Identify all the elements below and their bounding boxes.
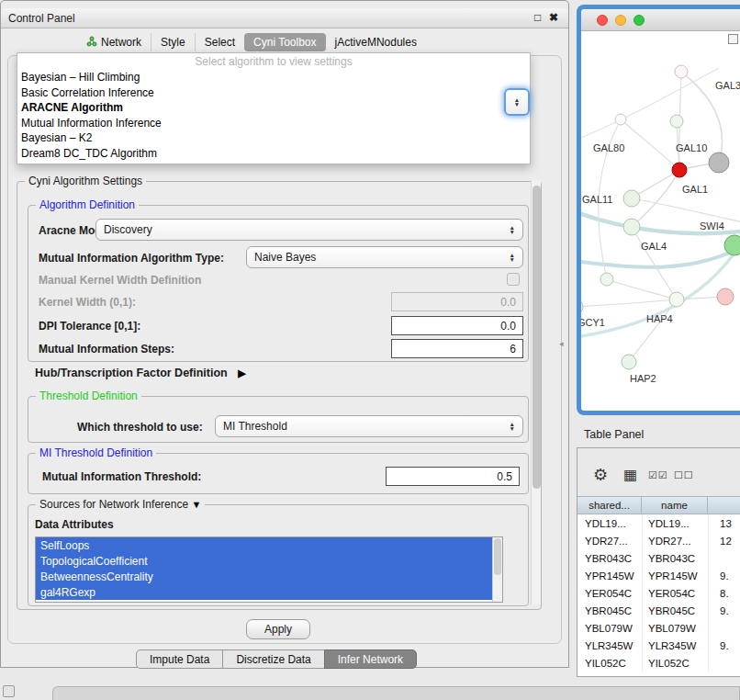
network-node[interactable] [600, 273, 613, 286]
table-cell: YDL19... [642, 514, 708, 532]
apply-button[interactable]: Apply [246, 619, 310, 639]
table-row[interactable]: YIL052CYIL052C [577, 654, 740, 672]
tab-infer-network[interactable]: Infer Network [324, 649, 417, 669]
table-row[interactable]: YLR345WYLR345W9. [577, 637, 740, 654]
table-panel-title: Table Panel [584, 428, 644, 441]
table-body[interactable]: YDL19...YDL19...13YDR27...YDR27...12YBR0… [577, 514, 740, 676]
network-canvas[interactable]: GAL80GAL10GAL11GAL1SWI4GAL4GCY1HAP4HAP2G… [581, 31, 740, 411]
column-selector-icon[interactable]: ▦ [623, 466, 637, 483]
select-all-columns-icon[interactable]: ☑☑ [648, 469, 668, 481]
table-row[interactable]: YBR043CYBR043C [577, 549, 740, 567]
table-row[interactable]: YBL079WYBL079W [577, 619, 740, 637]
column-header-name[interactable]: name [642, 497, 708, 514]
mi-steps-field[interactable]: 6 [391, 339, 523, 358]
network-node-label: GAL3 [715, 80, 740, 91]
collapsed-arrow-icon: ▶ [238, 367, 245, 378]
dpi-tolerance-field[interactable]: 0.0 [391, 316, 523, 335]
tab-select[interactable]: Select [195, 33, 244, 51]
collapsed-panel-button[interactable] [3, 685, 15, 697]
network-view-window[interactable]: GAL80GAL10GAL11GAL1SWI4GAL4GCY1HAP4HAP2G… [577, 5, 740, 415]
table-cell: 13 [708, 514, 740, 532]
data-attributes-list[interactable]: SelfLoops TopologicalCoefficient Between… [35, 536, 503, 603]
table-cell: YER054C [642, 584, 708, 602]
network-node[interactable] [675, 65, 688, 78]
network-edge[interactable] [629, 299, 677, 362]
attribute-item[interactable]: BetweennessCentrality [36, 569, 492, 584]
attribute-item[interactable]: gal4RGexp [36, 584, 492, 600]
network-node[interactable] [623, 190, 640, 207]
dpi-tolerance-label: DPI Tolerance [0,1]: [39, 320, 140, 333]
attribute-item[interactable]: TopologicalCoefficient [36, 553, 492, 569]
tab-discretize-data[interactable]: Discretize Data [222, 649, 324, 669]
network-node[interactable] [623, 219, 640, 235]
tab-style[interactable]: Style [151, 33, 195, 51]
mi-threshold-field[interactable]: 0.5 [386, 467, 520, 486]
algorithm-option[interactable]: Dream8 DC_TDC Algorithm [17, 146, 530, 162]
mi-algorithm-type-select[interactable]: Naive Bayes [246, 246, 523, 268]
split-collapse-arrow[interactable]: ◂ [559, 339, 564, 348]
network-node[interactable] [669, 292, 684, 307]
zoom-traffic-light[interactable] [633, 15, 645, 26]
mi-steps-label: Mutual Information Steps: [39, 343, 174, 356]
network-edge[interactable] [621, 119, 679, 170]
birdseye-toggle[interactable] [728, 34, 738, 44]
settings-scrollbar-thumb[interactable] [533, 186, 541, 489]
data-attributes-label: Data Attributes [35, 518, 114, 531]
network-node[interactable] [622, 355, 636, 369]
algorithm-option[interactable]: Bayesian – Hill Climbing [17, 70, 530, 85]
column-header-shared-name[interactable]: shared... [577, 497, 642, 514]
algorithm-option[interactable]: Bayesian – K2 [17, 130, 530, 146]
status-bar [52, 686, 740, 700]
minimize-traffic-light[interactable] [615, 15, 626, 26]
combo-value: Naive Bayes [254, 251, 316, 264]
network-icon [86, 36, 97, 50]
column-header-clipped[interactable] [708, 497, 740, 514]
combo-arrows-icon [510, 253, 515, 262]
table-settings-gear-icon[interactable]: ⚙ [593, 465, 608, 485]
algorithm-option[interactable]: Basic Correlation Inference [17, 85, 530, 101]
table-row[interactable]: YDL19...YDL19...13 [577, 514, 740, 532]
network-window-titlebar[interactable] [581, 9, 740, 31]
list-scrollbar[interactable] [492, 537, 502, 602]
aracne-mode-select[interactable]: Discovery [95, 219, 523, 241]
deselect-all-columns-icon[interactable]: ☐☐ [674, 469, 694, 481]
network-node[interactable] [581, 299, 583, 314]
tab-jactivemnodules[interactable]: jActiveMNodules [326, 33, 426, 51]
which-threshold-select[interactable]: MI Threshold [215, 415, 523, 437]
float-window-icon[interactable]: □ [534, 11, 541, 24]
algorithm-option[interactable]: Mutual Information Inference [17, 116, 530, 131]
control-panel-titlebar[interactable] [1, 8, 568, 28]
network-node[interactable] [724, 235, 740, 255]
settings-scrollbar[interactable] [531, 180, 541, 604]
table-row[interactable]: YBR045CYBR045C9. [577, 602, 740, 619]
sources-legend-toggle[interactable]: Sources for Network Inference ▼ [36, 498, 205, 511]
network-node[interactable] [615, 114, 626, 125]
network-node[interactable] [709, 152, 729, 173]
sources-legend-label: Sources for Network Inference [39, 498, 188, 511]
kernel-width-field[interactable]: 0.0 [391, 292, 523, 311]
manual-kernel-checkbox[interactable] [507, 273, 520, 286]
algorithm-option-selected[interactable]: ARACNE Algorithm [17, 100, 530, 116]
tab-network[interactable]: Network [77, 33, 151, 52]
attribute-item[interactable]: SelfLoops [36, 537, 492, 553]
algorithm-popup-placeholder: Select algorithm to view settings [17, 53, 530, 70]
network-node[interactable] [672, 163, 687, 177]
hub-definition-label: Hub/Transcription Factor Definition [35, 367, 228, 379]
table-row[interactable]: YPR145WYPR145W9. [577, 567, 740, 584]
network-node[interactable] [670, 115, 683, 128]
network-edge[interactable] [581, 299, 677, 307]
network-view-inner: GAL80GAL10GAL11GAL1SWI4GAL4GCY1HAP4HAP2G… [581, 9, 740, 411]
table-cell: YBR045C [577, 602, 642, 619]
close-window-icon[interactable]: ✖ [549, 11, 558, 24]
tab-impute-data[interactable]: Impute Data [136, 649, 223, 669]
algorithm-combo-button[interactable] [504, 88, 530, 116]
table-row[interactable]: YDR27...YDR27...12 [577, 532, 740, 549]
network-node[interactable] [717, 288, 734, 305]
tab-cyni-toolbox[interactable]: Cyni Toolbox [244, 33, 325, 51]
network-edge[interactable] [581, 68, 719, 141]
list-scrollbar-thumb[interactable] [494, 538, 501, 575]
table-header-row: shared... name [577, 496, 740, 514]
close-traffic-light[interactable] [597, 15, 608, 26]
table-row[interactable]: YER054CYER054C8. [577, 584, 740, 602]
hub-definition-toggle[interactable]: Hub/Transcription Factor Definition ▶ [35, 367, 246, 379]
